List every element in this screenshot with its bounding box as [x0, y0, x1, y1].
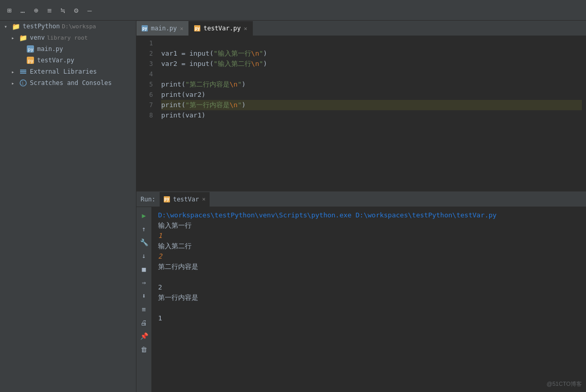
- run-layers-icon[interactable]: ≡: [138, 303, 150, 315]
- code-line-5: print("第二行内容是\n"): [161, 79, 582, 90]
- mainpy-tab-close[interactable]: ✕: [180, 25, 184, 32]
- toolbar-icon-align2[interactable]: ≒: [58, 5, 68, 15]
- svg-rect-5: [20, 71, 26, 72]
- code-content[interactable]: var1 = input("输入第一行\n") var2 = input("输入…: [157, 38, 586, 189]
- code-line-4: [161, 69, 582, 79]
- sidebar-item-mainpy[interactable]: py main.py: [0, 43, 136, 55]
- code-editor[interactable]: 1 2 3 4 5 6 7 8 var1 = input("输入第一行\n") …: [136, 36, 586, 191]
- run-tab-label: testVar: [173, 196, 199, 203]
- extlib-label: External Libraries: [30, 68, 97, 75]
- testvar-label: testVar.py: [37, 57, 74, 64]
- run-wrench-icon[interactable]: 🔧: [138, 236, 150, 248]
- toolbar-icon-settings[interactable]: ⚙: [71, 5, 81, 15]
- run-label: Run:: [141, 196, 156, 203]
- line-num-5: 5: [141, 79, 153, 90]
- tab-testvar[interactable]: py testVar.py ✕: [189, 21, 253, 36]
- main-area: ▾ 📁 testPython D:\workspa ▸ 📁 venv libra…: [0, 21, 586, 392]
- line-numbers: 1 2 3 4 5 6 7 8: [136, 38, 157, 189]
- run-toolbar: ▶ ↑ 🔧 ↓ ■ ⇒ ⬇ ≡ 🖨 📌 🗑: [136, 207, 152, 392]
- top-toolbar: ⊞ … ⊕ ≡ ≒ ⚙ —: [0, 0, 586, 21]
- output-result-1: 第二行内容是: [158, 262, 580, 272]
- output-blank-1: [158, 272, 580, 282]
- run-tab[interactable]: py testVar ✕: [160, 192, 210, 207]
- run-download-icon[interactable]: ⬇: [138, 289, 150, 302]
- output-result-4: 1: [158, 313, 580, 323]
- code-line-1: [161, 38, 582, 48]
- output-result-3: 第一行内容是: [158, 293, 580, 303]
- watermark: @51CTO博客: [547, 380, 582, 388]
- run-output[interactable]: D:\workspaces\testPython\venv\Scripts\py…: [152, 207, 586, 392]
- editor-area: py main.py ✕ py testVar.py ✕ 1 2 3 4 5 6…: [136, 21, 586, 392]
- line-num-1: 1: [141, 38, 153, 48]
- code-line-2: var1 = input("输入第一行\n"): [161, 48, 582, 59]
- run-up-icon[interactable]: ↑: [138, 223, 150, 235]
- run-redirect-icon[interactable]: ⇒: [138, 276, 150, 288]
- sidebar: ▾ 📁 testPython D:\workspa ▸ 📁 venv libra…: [0, 21, 136, 392]
- scratches-arrow-icon: ▸: [11, 80, 19, 86]
- project-path: D:\workspa: [62, 23, 96, 30]
- testvar-tab-icon: py: [194, 25, 200, 31]
- mainpy-label: main.py: [37, 45, 63, 53]
- venv-arrow-icon: ▸: [11, 35, 19, 41]
- sidebar-item-venv[interactable]: ▸ 📁 venv library root: [0, 32, 136, 43]
- output-prompt-1: 输入第一行: [158, 220, 580, 231]
- scratches-icon: i: [19, 79, 28, 87]
- run-down-icon[interactable]: ↓: [138, 249, 150, 262]
- tab-mainpy[interactable]: py main.py ✕: [136, 21, 189, 36]
- scratches-label: Scratches and Consoles: [30, 79, 112, 87]
- output-input-2: 2: [158, 251, 580, 262]
- run-panel: Run: py testVar ✕ ▶ ↑ 🔧 ↓ ■ ⇒ ⬇ ≡: [136, 191, 586, 392]
- run-tab-icon: py: [164, 196, 170, 202]
- code-line-3: var2 = input("输入第二行\n"): [161, 59, 582, 69]
- project-name: testPython: [23, 23, 60, 30]
- line-num-6: 6: [141, 90, 153, 100]
- run-stop-icon[interactable]: ■: [138, 263, 150, 275]
- testvar-tab-close[interactable]: ✕: [244, 25, 247, 32]
- run-body: ▶ ↑ 🔧 ↓ ■ ⇒ ⬇ ≡ 🖨 📌 🗑 D:\workspaces\test…: [136, 207, 586, 392]
- svg-rect-6: [20, 73, 26, 74]
- run-tab-close[interactable]: ✕: [202, 196, 205, 202]
- mainpy-icon: py: [26, 45, 35, 53]
- toolbar-icon-plus[interactable]: ⊕: [31, 5, 41, 15]
- arrow-icon: ▾: [4, 24, 11, 29]
- venv-folder-icon: 📁: [19, 33, 28, 42]
- line-num-4: 4: [141, 69, 153, 79]
- svg-text:py: py: [28, 47, 33, 52]
- extlib-icon: [19, 67, 28, 76]
- folder-icon: 📁: [11, 22, 21, 30]
- extlib-arrow-icon: ▸: [11, 69, 19, 75]
- code-line-7: print("第一行内容是\n"): [161, 100, 582, 110]
- tab-testvar-label: testVar.py: [203, 25, 240, 32]
- svg-text:i: i: [22, 81, 24, 86]
- run-print-icon[interactable]: 🖨: [138, 316, 150, 329]
- testvar-icon: py: [26, 56, 35, 64]
- library-root-text: library root: [47, 35, 88, 41]
- line-num-7: 7: [141, 100, 153, 110]
- tab-mainpy-label: main.py: [151, 25, 177, 32]
- svg-text:py: py: [28, 58, 33, 63]
- run-trash-icon[interactable]: 🗑: [138, 343, 150, 355]
- toolbar-icon-align1[interactable]: ≡: [44, 5, 55, 15]
- output-cmd-line: D:\workspaces\testPython\venv\Scripts\py…: [158, 210, 580, 220]
- tab-bar: py main.py ✕ py testVar.py ✕: [136, 21, 586, 36]
- code-line-8: print(var1): [161, 110, 582, 121]
- output-input-1: 1: [158, 231, 580, 241]
- line-num-2: 2: [141, 48, 153, 59]
- line-num-8: 8: [141, 110, 153, 121]
- sidebar-item-extlib[interactable]: ▸ External Libraries: [0, 66, 136, 77]
- run-play-icon[interactable]: ▶: [138, 209, 150, 221]
- output-blank-2: [158, 303, 580, 313]
- svg-rect-4: [20, 70, 26, 71]
- output-prompt-2: 输入第二行: [158, 241, 580, 251]
- toolbar-icon-minimize[interactable]: —: [84, 5, 95, 15]
- toolbar-icon-grid[interactable]: ⊞: [4, 5, 14, 15]
- sidebar-item-scratches[interactable]: ▸ i Scratches and Consoles: [0, 77, 136, 89]
- run-tab-bar: Run: py testVar ✕: [136, 192, 586, 207]
- sidebar-item-project[interactable]: ▾ 📁 testPython D:\workspa: [0, 21, 136, 32]
- line-num-3: 3: [141, 59, 153, 69]
- output-result-2: 2: [158, 282, 580, 293]
- toolbar-icon-more[interactable]: …: [18, 5, 28, 15]
- venv-label: venv: [30, 34, 45, 41]
- sidebar-item-testvar[interactable]: py testVar.py: [0, 55, 136, 66]
- run-pin-icon[interactable]: 📌: [138, 330, 150, 342]
